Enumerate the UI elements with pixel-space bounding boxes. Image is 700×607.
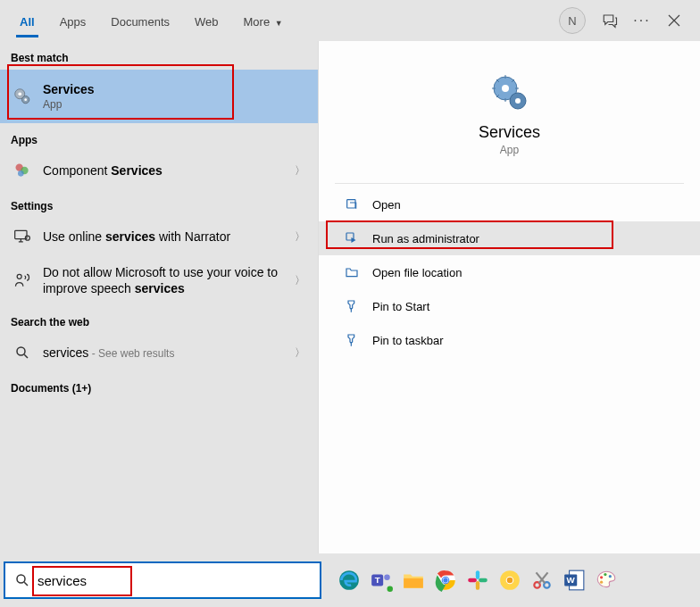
pin-icon <box>344 298 360 314</box>
tab-web[interactable]: Web <box>182 4 231 37</box>
action-open[interactable]: Open <box>319 187 700 221</box>
svg-point-8 <box>25 236 29 240</box>
action-pin-to-start[interactable]: Pin to Start <box>319 289 700 323</box>
svg-rect-23 <box>404 578 423 588</box>
svg-point-12 <box>502 85 509 92</box>
preview-title: Services <box>319 123 700 142</box>
svg-point-40 <box>600 576 603 578</box>
feedback-icon[interactable] <box>602 12 618 29</box>
taskbar: T W <box>321 553 700 607</box>
tab-documents[interactable]: Documents <box>98 4 182 37</box>
result-title: Use online services with Narrator <box>43 229 284 244</box>
action-open-file-location[interactable]: Open file location <box>319 255 700 289</box>
taskbar-icon-explorer[interactable] <box>400 567 427 594</box>
tab-apps[interactable]: Apps <box>47 4 99 37</box>
section-best-match: Best match <box>0 41 318 70</box>
taskbar-icon-chrome-canary[interactable] <box>496 567 523 594</box>
taskbar-icon-slack[interactable] <box>464 567 491 594</box>
svg-point-9 <box>17 275 21 279</box>
action-label: Open file location <box>372 266 462 279</box>
result-web-search[interactable]: services - See web results 〉 <box>0 334 318 371</box>
svg-point-10 <box>17 347 25 355</box>
taskbar-icon-teams[interactable]: T <box>368 567 395 594</box>
pin-icon <box>344 332 360 348</box>
tab-more[interactable]: More ▼ <box>231 4 296 37</box>
results-panel: Best match Services App Apps Component S… <box>0 41 318 553</box>
section-apps: Apps <box>0 123 318 152</box>
taskbar-icon-edge[interactable] <box>336 567 362 594</box>
open-icon <box>344 196 360 212</box>
folder-icon <box>344 264 360 280</box>
services-large-icon <box>488 71 531 114</box>
svg-rect-28 <box>476 570 479 579</box>
search-input[interactable] <box>38 573 311 588</box>
section-documents: Documents (1+) <box>0 371 318 400</box>
result-narrator-setting[interactable]: Use online services with Narrator 〉 <box>0 218 318 255</box>
action-pin-to-taskbar[interactable]: Pin to taskbar <box>319 323 700 357</box>
speech-icon <box>12 270 32 290</box>
svg-point-43 <box>600 581 603 584</box>
chevron-right-icon: 〉 <box>295 345 305 361</box>
close-icon[interactable] <box>666 12 682 29</box>
result-title: Component Services <box>43 163 284 178</box>
monitor-icon <box>12 227 32 246</box>
result-speech-setting[interactable]: Do not allow Microsoft to use your voice… <box>0 255 318 305</box>
svg-point-14 <box>515 98 521 104</box>
svg-rect-15 <box>347 200 355 208</box>
chevron-right-icon: 〉 <box>295 163 305 179</box>
svg-point-1 <box>18 92 21 96</box>
taskbar-icon-chrome[interactable] <box>432 567 459 594</box>
result-component-services[interactable]: Component Services 〉 <box>0 152 318 189</box>
svg-text:W: W <box>567 575 576 585</box>
svg-text:T: T <box>375 575 380 585</box>
result-subtitle: App <box>43 98 305 111</box>
chevron-down-icon: ▼ <box>275 19 283 28</box>
svg-point-17 <box>17 575 25 583</box>
svg-point-34 <box>507 578 513 584</box>
taskbar-region: T W <box>0 553 700 607</box>
svg-rect-31 <box>468 578 477 582</box>
svg-point-22 <box>388 586 394 593</box>
admin-icon <box>344 230 360 246</box>
preview-panel: Services App Open Run as administrator <box>318 41 700 553</box>
chevron-right-icon: 〉 <box>295 273 305 288</box>
taskbar-icon-snip[interactable] <box>529 567 555 594</box>
preview-subtitle: App <box>319 144 700 156</box>
tab-all[interactable]: All <box>7 4 47 37</box>
result-title: Services <box>43 82 95 96</box>
svg-point-41 <box>604 573 606 576</box>
section-settings: Settings <box>0 189 318 218</box>
search-icon <box>14 572 30 588</box>
search-box[interactable] <box>4 561 321 599</box>
search-icon <box>12 343 32 362</box>
svg-rect-30 <box>476 581 479 590</box>
svg-rect-29 <box>479 578 488 582</box>
result-title: services - See web results <box>43 345 284 360</box>
taskbar-icon-word[interactable]: W <box>561 567 588 594</box>
action-run-as-admin[interactable]: Run as administrator <box>319 221 700 255</box>
taskbar-icon-paint[interactable] <box>593 567 620 594</box>
action-label: Open <box>372 198 401 212</box>
action-label: Pin to Start <box>372 300 429 313</box>
svg-point-42 <box>609 575 612 578</box>
svg-point-3 <box>24 98 27 101</box>
result-services-app[interactable]: Services App <box>0 70 318 123</box>
svg-point-21 <box>384 575 390 581</box>
gear-icon <box>12 87 32 106</box>
filter-tabs: All Apps Documents Web More ▼ N ··· <box>0 0 700 41</box>
svg-point-27 <box>443 578 447 582</box>
more-options-icon[interactable]: ··· <box>634 12 650 29</box>
action-label: Pin to taskbar <box>372 334 444 347</box>
result-title: Do not allow Microsoft to use your voice… <box>43 264 284 296</box>
svg-point-6 <box>18 170 24 177</box>
chevron-right-icon: 〉 <box>295 229 305 245</box>
action-label: Run as administrator <box>372 232 479 245</box>
user-avatar[interactable]: N <box>559 7 586 34</box>
component-icon <box>12 161 32 180</box>
section-search-web: Search the web <box>0 305 318 334</box>
